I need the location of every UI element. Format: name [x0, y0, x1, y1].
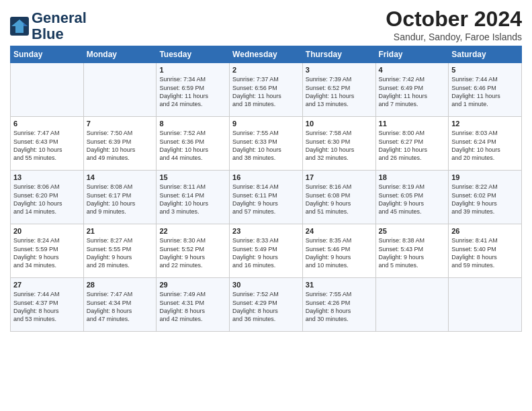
cell-info: Sunrise: 7:50 AM Sunset: 6:39 PM Dayligh…: [87, 129, 154, 162]
calendar-cell: 9Sunrise: 7:55 AM Sunset: 6:33 PM Daylig…: [230, 117, 303, 171]
calendar-cell: 4Sunrise: 7:42 AM Sunset: 6:49 PM Daylig…: [375, 63, 449, 117]
day-number: 15: [159, 173, 226, 181]
calendar-cell: 14Sunrise: 8:08 AM Sunset: 6:17 PM Dayli…: [83, 171, 157, 224]
weekday-header: Sunday: [11, 46, 84, 63]
calendar-cell: 30Sunrise: 7:52 AM Sunset: 4:29 PM Dayli…: [230, 278, 303, 332]
cell-info: Sunrise: 8:33 AM Sunset: 5:49 PM Dayligh…: [232, 236, 300, 269]
calendar-week-row: 27Sunrise: 7:44 AM Sunset: 4:37 PM Dayli…: [11, 278, 522, 332]
day-number: 18: [379, 173, 446, 181]
calendar-cell: 2Sunrise: 7:37 AM Sunset: 6:56 PM Daylig…: [230, 63, 303, 117]
weekday-header: Tuesday: [157, 46, 230, 63]
cell-info: Sunrise: 8:08 AM Sunset: 6:17 PM Dayligh…: [87, 183, 154, 216]
calendar-week-row: 6Sunrise: 7:47 AM Sunset: 6:43 PM Daylig…: [11, 117, 522, 171]
calendar-cell: 13Sunrise: 8:06 AM Sunset: 6:20 PM Dayli…: [11, 171, 84, 224]
day-number: 20: [13, 227, 81, 235]
day-number: 19: [451, 173, 519, 181]
calendar-container: GeneralBlue October 2024 Sandur, Sandoy,…: [0, 0, 532, 335]
day-number: 12: [451, 120, 519, 128]
weekday-header: Monday: [83, 46, 157, 63]
day-number: 10: [306, 120, 373, 128]
cell-info: Sunrise: 8:24 AM Sunset: 5:59 PM Dayligh…: [13, 236, 81, 269]
cell-info: Sunrise: 7:37 AM Sunset: 6:56 PM Dayligh…: [232, 75, 300, 108]
day-number: 24: [306, 227, 373, 235]
calendar-cell: 6Sunrise: 7:47 AM Sunset: 6:43 PM Daylig…: [11, 117, 84, 171]
weekday-header: Saturday: [449, 46, 522, 63]
day-number: 27: [13, 281, 81, 289]
day-number: 11: [379, 120, 446, 128]
calendar-cell: [11, 63, 84, 117]
weekday-header: Friday: [375, 46, 449, 63]
calendar-table: SundayMondayTuesdayWednesdayThursdayFrid…: [10, 46, 522, 332]
calendar-cell: 15Sunrise: 8:11 AM Sunset: 6:14 PM Dayli…: [157, 171, 230, 224]
cell-info: Sunrise: 8:19 AM Sunset: 6:05 PM Dayligh…: [379, 183, 446, 216]
cell-info: Sunrise: 8:41 AM Sunset: 5:40 PM Dayligh…: [451, 236, 519, 269]
location: Sandur, Sandoy, Faroe Islands: [386, 32, 522, 42]
cell-info: Sunrise: 8:14 AM Sunset: 6:11 PM Dayligh…: [232, 183, 300, 216]
cell-info: Sunrise: 7:47 AM Sunset: 4:34 PM Dayligh…: [87, 290, 154, 323]
calendar-cell: 28Sunrise: 7:47 AM Sunset: 4:34 PM Dayli…: [83, 278, 157, 332]
day-number: 8: [159, 120, 226, 128]
calendar-cell: 19Sunrise: 8:22 AM Sunset: 6:02 PM Dayli…: [449, 171, 522, 224]
calendar-cell: 23Sunrise: 8:33 AM Sunset: 5:49 PM Dayli…: [230, 224, 303, 278]
day-number: 30: [232, 281, 300, 289]
day-number: 29: [159, 281, 226, 289]
calendar-cell: 24Sunrise: 8:35 AM Sunset: 5:46 PM Dayli…: [302, 224, 375, 278]
logo: GeneralBlue: [10, 10, 87, 42]
calendar-week-row: 20Sunrise: 8:24 AM Sunset: 5:59 PM Dayli…: [11, 224, 522, 278]
calendar-cell: 26Sunrise: 8:41 AM Sunset: 5:40 PM Dayli…: [449, 224, 522, 278]
day-number: 7: [87, 120, 154, 128]
calendar-cell: 12Sunrise: 8:03 AM Sunset: 6:24 PM Dayli…: [449, 117, 522, 171]
calendar-cell: 5Sunrise: 7:44 AM Sunset: 6:46 PM Daylig…: [449, 63, 522, 117]
day-number: 4: [379, 66, 446, 74]
calendar-cell: 27Sunrise: 7:44 AM Sunset: 4:37 PM Dayli…: [11, 278, 84, 332]
cell-info: Sunrise: 7:47 AM Sunset: 6:43 PM Dayligh…: [13, 129, 81, 162]
calendar-cell: 16Sunrise: 8:14 AM Sunset: 6:11 PM Dayli…: [230, 171, 303, 224]
logo-icon: [10, 17, 29, 36]
day-number: 25: [379, 227, 446, 235]
cell-info: Sunrise: 8:35 AM Sunset: 5:46 PM Dayligh…: [306, 236, 373, 269]
cell-info: Sunrise: 8:06 AM Sunset: 6:20 PM Dayligh…: [13, 183, 81, 216]
day-number: 16: [232, 173, 300, 181]
calendar-cell: 31Sunrise: 7:55 AM Sunset: 4:26 PM Dayli…: [302, 278, 375, 332]
day-number: 5: [451, 66, 519, 74]
calendar-cell: 17Sunrise: 8:16 AM Sunset: 6:08 PM Dayli…: [302, 171, 375, 224]
day-number: 13: [13, 173, 81, 181]
title-block: October 2024 Sandur, Sandoy, Faroe Islan…: [386, 7, 522, 42]
weekday-header-row: SundayMondayTuesdayWednesdayThursdayFrid…: [11, 46, 522, 63]
day-number: 9: [232, 120, 300, 128]
calendar-cell: [375, 278, 449, 332]
calendar-cell: 22Sunrise: 8:30 AM Sunset: 5:52 PM Dayli…: [157, 224, 230, 278]
cell-info: Sunrise: 8:03 AM Sunset: 6:24 PM Dayligh…: [451, 129, 519, 162]
day-number: 31: [306, 281, 373, 289]
day-number: 23: [232, 227, 300, 235]
cell-info: Sunrise: 8:38 AM Sunset: 5:43 PM Dayligh…: [379, 236, 446, 269]
weekday-header: Wednesday: [230, 46, 303, 63]
calendar-cell: 21Sunrise: 8:27 AM Sunset: 5:55 PM Dayli…: [83, 224, 157, 278]
cell-info: Sunrise: 8:30 AM Sunset: 5:52 PM Dayligh…: [159, 236, 226, 269]
day-number: 1: [159, 66, 226, 74]
cell-info: Sunrise: 7:44 AM Sunset: 4:37 PM Dayligh…: [13, 290, 81, 323]
day-number: 22: [159, 227, 226, 235]
calendar-cell: 8Sunrise: 7:52 AM Sunset: 6:36 PM Daylig…: [157, 117, 230, 171]
cell-info: Sunrise: 7:52 AM Sunset: 6:36 PM Dayligh…: [159, 129, 226, 162]
day-number: 2: [232, 66, 300, 74]
cell-info: Sunrise: 7:55 AM Sunset: 4:26 PM Dayligh…: [306, 290, 373, 323]
calendar-cell: 18Sunrise: 8:19 AM Sunset: 6:05 PM Dayli…: [375, 171, 449, 224]
cell-info: Sunrise: 8:22 AM Sunset: 6:02 PM Dayligh…: [451, 183, 519, 216]
header: GeneralBlue October 2024 Sandur, Sandoy,…: [10, 7, 522, 42]
cell-info: Sunrise: 7:55 AM Sunset: 6:33 PM Dayligh…: [232, 129, 300, 162]
day-number: 17: [306, 173, 373, 181]
cell-info: Sunrise: 7:34 AM Sunset: 6:59 PM Dayligh…: [159, 75, 226, 108]
calendar-cell: [449, 278, 522, 332]
day-number: 26: [451, 227, 519, 235]
calendar-week-row: 1Sunrise: 7:34 AM Sunset: 6:59 PM Daylig…: [11, 63, 522, 117]
cell-info: Sunrise: 7:39 AM Sunset: 6:52 PM Dayligh…: [306, 75, 373, 108]
logo-text: GeneralBlue: [32, 10, 87, 42]
weekday-header: Thursday: [302, 46, 375, 63]
cell-info: Sunrise: 8:11 AM Sunset: 6:14 PM Dayligh…: [159, 183, 226, 216]
cell-info: Sunrise: 8:00 AM Sunset: 6:27 PM Dayligh…: [379, 129, 446, 162]
cell-info: Sunrise: 7:52 AM Sunset: 4:29 PM Dayligh…: [232, 290, 300, 323]
calendar-cell: 25Sunrise: 8:38 AM Sunset: 5:43 PM Dayli…: [375, 224, 449, 278]
day-number: 14: [87, 173, 154, 181]
cell-info: Sunrise: 7:58 AM Sunset: 6:30 PM Dayligh…: [306, 129, 373, 162]
